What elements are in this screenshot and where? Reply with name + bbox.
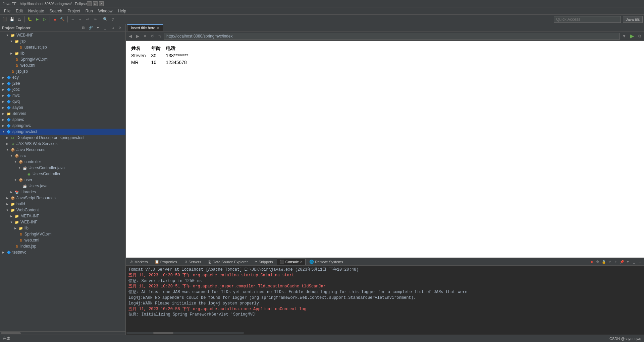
tb-run-button[interactable]: ▶ [34, 16, 41, 23]
tab-insert-title[interactable]: Insert title here ✕ [127, 24, 163, 31]
tree-item-users-java[interactable]: ▶ ☕ Users.java [0, 183, 125, 189]
forward-button[interactable]: ▶ [135, 33, 141, 39]
new-console-button[interactable]: + [613, 259, 619, 265]
tree-item-src[interactable]: ▼ 📦 src [0, 153, 125, 159]
tree-item-ecy[interactable]: ▶ 🔷 ecy [0, 74, 125, 80]
tb-next-button[interactable]: ↪ [92, 16, 98, 23]
menu-project[interactable]: Project [65, 8, 83, 14]
sidebar-maximize-button[interactable]: □ [109, 24, 116, 31]
tree-item-springmvc[interactable]: ▶ 🔷 springmvc [0, 123, 125, 129]
tb-run-ext-button[interactable]: ▷ [41, 16, 48, 23]
tb-debug-button[interactable]: 🐛 [26, 16, 33, 23]
word-wrap-button[interactable]: ↵ [607, 259, 612, 265]
tree-item-jsp-folder[interactable]: ▼ 📁 jsp [0, 38, 125, 44]
minimize-button[interactable]: — [87, 1, 92, 6]
close-button[interactable]: ✕ [99, 1, 104, 6]
tab-snippets[interactable]: ✂ Snippets [252, 259, 276, 265]
clear-console-button[interactable]: 🗑 [595, 259, 600, 265]
tree-item-webinf-top[interactable]: ▼ 📁 WEB-INF [0, 32, 125, 38]
tree-item-controller-pkg[interactable]: ▼ 📦 controller [0, 159, 125, 165]
tree-item-js-resources[interactable]: ▶ 📦 JavaScript Resources [0, 195, 125, 201]
tree-item-spmvc[interactable]: ▶ 🔷 spmvc [0, 117, 125, 123]
hscroll-thumb[interactable] [153, 332, 173, 334]
tree-item-userslist-jsp[interactable]: ▶ 🗎 usersList.jsp [0, 44, 125, 50]
quick-access-input[interactable] [554, 16, 621, 23]
menu-file[interactable]: File [1, 8, 13, 14]
sidebar-minimize-button[interactable]: _ [102, 24, 109, 31]
tree-item-lib-bottom[interactable]: ▶ 📁 lib [0, 225, 125, 231]
tab-datasource[interactable]: 🗄 Data Source Explorer [205, 259, 251, 265]
browser-run-button[interactable]: ▶ [629, 33, 635, 39]
pin-console-button[interactable]: 📌 [619, 259, 625, 265]
tree-item-libraries[interactable]: ▶ 📚 Libraries [0, 189, 125, 195]
tree-item-build[interactable]: ▶ 📁 build [0, 201, 125, 207]
tab-remote-systems[interactable]: 🌐 Remote Systems [306, 259, 346, 265]
scroll-thumb[interactable] [1, 332, 21, 334]
tree-item-web-xml-top[interactable]: ▶ 🗎 web.xml [0, 62, 125, 68]
refresh-button[interactable]: ↺ [149, 33, 155, 39]
tb-search-button[interactable]: 🔍 [102, 16, 109, 23]
tb-build-button[interactable]: 🔨 [59, 16, 66, 23]
tab-servers[interactable]: 🖥 Servers [181, 259, 204, 265]
console-hscrollbar[interactable] [126, 331, 644, 335]
sidebar-menu-button[interactable]: ▼ [95, 24, 101, 31]
url-dropdown-button[interactable]: ▼ [621, 33, 627, 39]
perspective-java-ee-button[interactable]: Java EE [623, 16, 643, 23]
tree-item-java-resources[interactable]: ▼ 📦 Java Resources [0, 147, 125, 153]
tree-item-jaxws[interactable]: ▶ ⚙ JAX-WS Web Services [0, 141, 125, 147]
scroll-lock-button[interactable]: 🔒 [601, 259, 606, 265]
tree-item-userscontroller-class[interactable]: ▶ ◉ UsersController [0, 171, 125, 177]
tree-item-j2ee[interactable]: ▶ 🔷 j2ee [0, 80, 125, 86]
tree-item-jsp-jsp[interactable]: ▶ 🗎 jsp.jsp [0, 68, 125, 74]
tb-prev-edit-button[interactable]: ← [69, 16, 76, 23]
tree-item-qwq[interactable]: ▶ 🔷 qwq [0, 98, 125, 105]
tree-item-testmvc[interactable]: ▶ 🔷 testmvc [0, 249, 125, 255]
menu-search[interactable]: Search [47, 8, 65, 14]
maximize-panel-button[interactable]: □ [637, 259, 643, 265]
menu-run[interactable]: Run [83, 8, 96, 14]
menu-help[interactable]: Help [115, 8, 129, 14]
tab-properties[interactable]: 📋 Properties [152, 259, 180, 265]
back-button[interactable]: ◀ [127, 33, 133, 39]
maximize-button[interactable]: □ [93, 1, 98, 6]
menu-window[interactable]: Window [96, 8, 115, 14]
tree-item-jdbc[interactable]: ▶ 🔷 jdbc [0, 86, 125, 92]
tree-item-springmvc-xml-top[interactable]: ▶ 🗎 SpringMVC.xml [0, 56, 125, 62]
tree-item-user-pkg[interactable]: ▼ 📦 user [0, 177, 125, 183]
tb-save-button[interactable]: 💾 [9, 16, 15, 23]
collapse-all-button[interactable]: ⊟ [80, 24, 87, 31]
tb-save-all-button[interactable]: 🗂 [16, 16, 23, 23]
tree-item-springmvctest[interactable]: ▼ 🔷 springmvctest [0, 129, 125, 135]
browser-settings-button[interactable]: ⚙ [637, 33, 643, 39]
tree-item-lib-top[interactable]: ▶ 📁 lib [0, 50, 125, 56]
tb-new-button[interactable]: ⬛ [1, 16, 8, 23]
stop-console-button[interactable]: ■ [589, 259, 594, 265]
console-menu-button[interactable]: ▼ [625, 259, 631, 265]
url-input[interactable] [164, 33, 620, 40]
tree-item-springmvc-xml-bottom[interactable]: ▶ 🗎 SpringMVC.xml [0, 231, 125, 237]
tb-prev-button[interactable]: ↩ [84, 16, 91, 23]
tree-item-deployment[interactable]: ▶ 🗂 Deployment Descriptor: springmvctest [0, 135, 125, 141]
sidebar-scrollbar[interactable] [0, 331, 125, 335]
tree-item-mvc[interactable]: ▶ 🔷 mvc [0, 92, 125, 98]
tab-markers[interactable]: ⚠ Markers [127, 259, 151, 265]
console-close-button[interactable]: ✕ [300, 260, 303, 264]
tree-item-sayori[interactable]: ▶ 🔷 sayori [0, 105, 125, 111]
tab-console[interactable]: ⬛ Console ✕ [277, 259, 306, 265]
tb-stop-button[interactable]: ■ [52, 16, 58, 23]
tree-item-metainf[interactable]: ▶ 📁 META-INF [0, 213, 125, 219]
tree-item-userscontroller-java[interactable]: ▼ ☕ UsersController.java [0, 165, 125, 171]
tree-item-webcontent[interactable]: ▼ 📁 WebContent [0, 207, 125, 213]
link-with-editor-button[interactable]: 🔗 [87, 24, 94, 31]
minimize-panel-button[interactable]: _ [631, 259, 637, 265]
menu-navigate[interactable]: Navigate [25, 8, 47, 14]
tb-next-edit-button[interactable]: → [77, 16, 84, 23]
sidebar-close-button[interactable]: ✕ [117, 24, 123, 31]
tree-item-index-jsp[interactable]: ▶ 🗎 index.jsp [0, 243, 125, 249]
tree-item-webinf-bottom[interactable]: ▼ 📁 WEB-INF [0, 219, 125, 225]
tb-help-button[interactable]: ? [109, 16, 116, 23]
bookmark-button[interactable]: ☆ [157, 33, 163, 39]
stop-button[interactable]: ✕ [142, 33, 148, 39]
menu-edit[interactable]: Edit [13, 8, 25, 14]
tree-item-servers[interactable]: ▶ 📁 Servers [0, 111, 125, 117]
